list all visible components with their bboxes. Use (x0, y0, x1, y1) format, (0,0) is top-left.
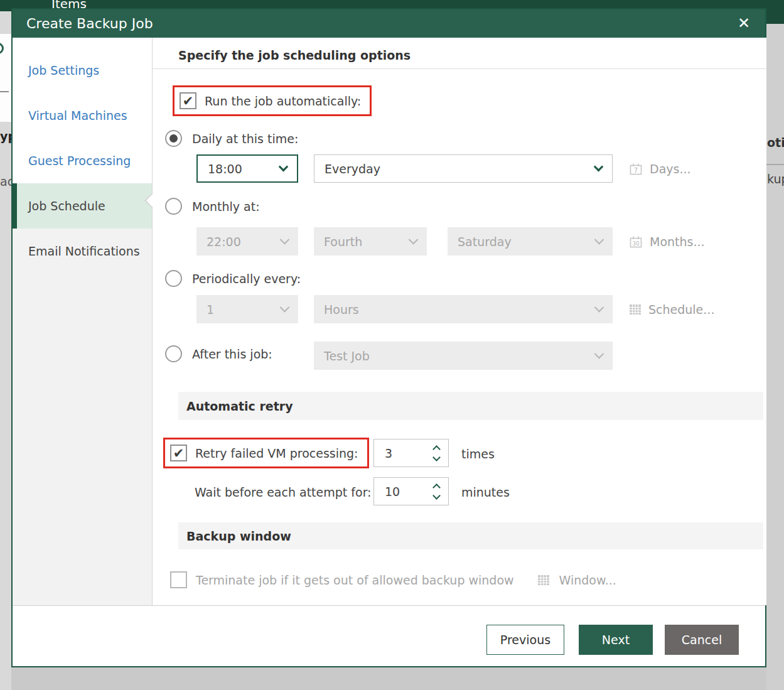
after-job-radio[interactable] (165, 345, 182, 362)
monthly-radio-row: Monthly at: (165, 198, 260, 215)
chevron-down-icon (280, 235, 290, 245)
chevron-down-icon (594, 349, 604, 359)
monthly-time-select: 22:00 (196, 227, 298, 256)
terminate-checkbox (170, 571, 187, 588)
retry-count-stepper[interactable]: 3 (373, 439, 449, 467)
panel-heading: Specify the job scheduling options (178, 48, 411, 62)
previous-button[interactable]: Previous (486, 625, 564, 655)
sidebar-lower-area (13, 229, 152, 605)
background-text-fragment: kup (767, 172, 784, 186)
chevron-down-icon (594, 235, 604, 245)
monthly-weekday-select: Saturday (448, 227, 613, 256)
run-automatically-highlight: ✔ Run the job automatically: (173, 85, 372, 116)
retry-highlight: ✔ Retry failed VM processing: (163, 438, 369, 468)
monthly-radio[interactable] (165, 198, 182, 215)
daily-radio[interactable] (165, 130, 182, 147)
background-header-edge (766, 0, 784, 24)
periodically-label: Periodically every: (192, 272, 301, 286)
daily-time-select[interactable]: 18:00 (196, 154, 298, 183)
schedule-button-label: Schedule... (648, 303, 714, 316)
stepper-up-icon[interactable] (432, 483, 441, 492)
sidebar-item-email-notifications[interactable]: Email Notifications (13, 229, 152, 274)
periodically-radio[interactable] (165, 270, 182, 287)
terminate-row: Terminate job if it gets out of allowed … (170, 571, 616, 588)
cancel-button[interactable]: Cancel (665, 625, 739, 655)
chevron-down-icon (594, 303, 604, 313)
after-job-label: After this job: (192, 347, 272, 361)
calendar-30-icon: 30 (628, 234, 643, 249)
stepper-arrows (434, 485, 439, 499)
monthly-week-select: Fourth (314, 227, 427, 256)
daily-label: Daily at this time: (192, 132, 298, 146)
periodically-radio-row: Periodically every: (165, 270, 301, 287)
sidebar-item-label: Job Settings (28, 63, 99, 77)
wait-label: Wait before each attempt for: (195, 485, 372, 499)
sidebar-item-label: Job Schedule (28, 199, 105, 213)
sidebar-item-virtual-machines[interactable]: Virtual Machines (13, 93, 152, 138)
window-grid-icon (537, 573, 550, 587)
chevron-down-icon (280, 303, 290, 313)
dialog-title: Create Backup Job (26, 16, 153, 31)
background-left-strip: yp acl (0, 11, 11, 690)
job-schedule-panel: Specify the job scheduling options ✔ Run… (153, 38, 766, 605)
schedule-button: Schedule... (628, 295, 714, 323)
sidebar-item-label: Guest Processing (28, 154, 131, 168)
chevron-down-icon (279, 162, 289, 172)
retry-count-value: 3 (385, 446, 392, 460)
wait-unit-label: minutes (461, 485, 510, 499)
sidebar-item-job-settings[interactable]: Job Settings (13, 48, 152, 93)
sidebar-item-guest-processing[interactable]: Guest Processing (13, 138, 152, 183)
run-automatically-checkbox[interactable]: ✔ (180, 92, 196, 109)
chevron-down-icon (409, 235, 419, 245)
monthly-time-value: 22:00 (207, 235, 241, 249)
monthly-weekday-value: Saturday (458, 235, 512, 249)
daily-radio-row: Daily at this time: (165, 130, 298, 147)
daily-frequency-value: Everyday (325, 162, 380, 176)
close-icon[interactable]: ✕ (734, 13, 754, 33)
months-button-label: Months... (650, 235, 705, 249)
stepper-down-icon[interactable] (432, 492, 441, 500)
dialog-titlebar: Create Backup Job (13, 9, 765, 38)
svg-text:7: 7 (634, 166, 638, 173)
periodically-interval-select: 1 (196, 295, 298, 323)
automatic-retry-heading: Automatic retry (186, 399, 293, 413)
background-divider (766, 164, 784, 165)
next-button[interactable]: Next (579, 625, 653, 655)
retry-checkbox[interactable]: ✔ (170, 445, 187, 461)
stepper-arrows (434, 446, 439, 460)
dialog-footer: Previous Next Cancel (13, 605, 765, 666)
monthly-label: Monthly at: (192, 200, 260, 213)
retry-label: Retry failed VM processing: (195, 446, 358, 460)
stepper-down-icon[interactable] (432, 453, 441, 461)
svg-text:30: 30 (633, 240, 640, 246)
days-button-label: Days... (650, 162, 691, 176)
heading-rule (153, 68, 766, 69)
after-job-value: Test Job (324, 349, 370, 363)
stepper-up-icon[interactable] (432, 445, 441, 453)
background-divider (0, 91, 9, 92)
run-automatically-label: Run the job automatically: (205, 94, 361, 108)
wizard-step-sidebar: Job Settings Virtual Machines Guest Proc… (13, 38, 152, 605)
page: Items yp acl otic kup Create Backup Job … (0, 0, 784, 690)
periodically-unit-value: Hours (324, 303, 359, 316)
background-text-fragment: acl (0, 175, 11, 188)
window-button: Window... (559, 573, 616, 587)
periodically-interval-value: 1 (207, 303, 214, 316)
chevron-down-icon (594, 162, 604, 172)
monthly-week-value: Fourth (324, 235, 362, 249)
wait-minutes-stepper[interactable]: 10 (373, 477, 449, 505)
daily-time-value: 18:00 (208, 162, 242, 176)
background-right-strip: otic kup (766, 0, 784, 690)
calendar-7-icon: 7 (628, 161, 643, 176)
wait-minutes-value: 10 (385, 485, 400, 499)
days-button[interactable]: 7 Days... (628, 154, 691, 183)
months-button: 30 Months... (628, 227, 705, 256)
background-text-fragment: otic (767, 136, 784, 149)
backup-window-section-header: Backup window (178, 522, 763, 549)
terminate-label: Terminate job if it gets out of allowed … (196, 573, 514, 587)
sidebar-item-label: Virtual Machines (28, 109, 127, 122)
backup-window-heading: Backup window (186, 529, 291, 543)
sidebar-item-label: Email Notifications (28, 244, 140, 258)
sidebar-item-job-schedule[interactable]: Job Schedule (13, 183, 152, 229)
daily-frequency-select[interactable]: Everyday (314, 154, 613, 183)
